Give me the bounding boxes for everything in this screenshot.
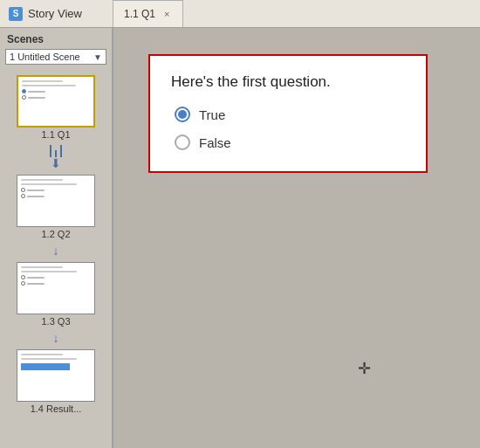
slide-thumbnail-1-1 [17,75,95,128]
tab-area: 1.1 Q1 × [113,0,480,27]
app-title-area: S Story View [0,0,113,27]
connector-multi-arrow: ⬇ [50,145,62,169]
scenes-dropdown[interactable]: 1 Untitled Scene ▼ [5,49,106,65]
radio-circle-false [175,134,190,150]
radio-option-false[interactable]: False [175,134,405,150]
slide-label-1-3: 1.3 Q3 [41,316,70,327]
connector-arrow-3: ↓ [53,332,59,344]
connector-arrow-2: ↓ [53,245,59,257]
radio-inner-true [178,110,187,119]
slide-thumbnail-1-4 [17,349,95,402]
radio-option-true[interactable]: True [175,107,405,122]
question-title: Here's the first question. [171,73,405,91]
slide-item-1-3[interactable]: 1.3 Q3 [13,260,99,328]
content-area: Here's the first question. True False ✛ [113,28,480,448]
radio-label-true: True [199,107,225,122]
cursor-icon: ✛ [358,359,371,378]
slide-list: 1.1 Q1 ⬇ [0,70,112,448]
tab-close-button[interactable]: × [164,9,169,19]
scenes-header: Scenes [0,28,112,49]
slide-thumbnail-1-3 [17,262,95,314]
scenes-dropdown-label: 1 Untitled Scene [10,52,93,62]
slide-thumbnail-1-2 [17,175,95,227]
tab-label: 1.1 Q1 [124,8,155,20]
tab-1-1-q1[interactable]: 1.1 Q1 × [113,0,183,27]
app-icon: S [9,7,23,21]
radio-circle-true [175,107,190,122]
main-area: Scenes 1 Untitled Scene ▼ [0,28,480,448]
slide-label-1-1: 1.1 Q1 [41,129,70,140]
question-card: Here's the first question. True False [148,54,428,173]
slide-item-1-4[interactable]: 1.4 Result... [13,348,99,416]
slide-label-1-4: 1.4 Result... [31,403,82,414]
slide-item-1-2[interactable]: 1.2 Q2 [13,173,99,241]
radio-label-false: False [199,135,231,150]
dropdown-arrow-icon: ▼ [93,52,102,62]
slide-item-1-1[interactable]: 1.1 Q1 [13,73,99,141]
app-title-label: Story View [28,7,82,20]
title-bar: S Story View 1.1 Q1 × [0,0,480,28]
slide-label-1-2: 1.2 Q2 [41,229,70,239]
left-panel: Scenes 1 Untitled Scene ▼ [0,28,113,448]
question-options: True False [171,107,405,150]
